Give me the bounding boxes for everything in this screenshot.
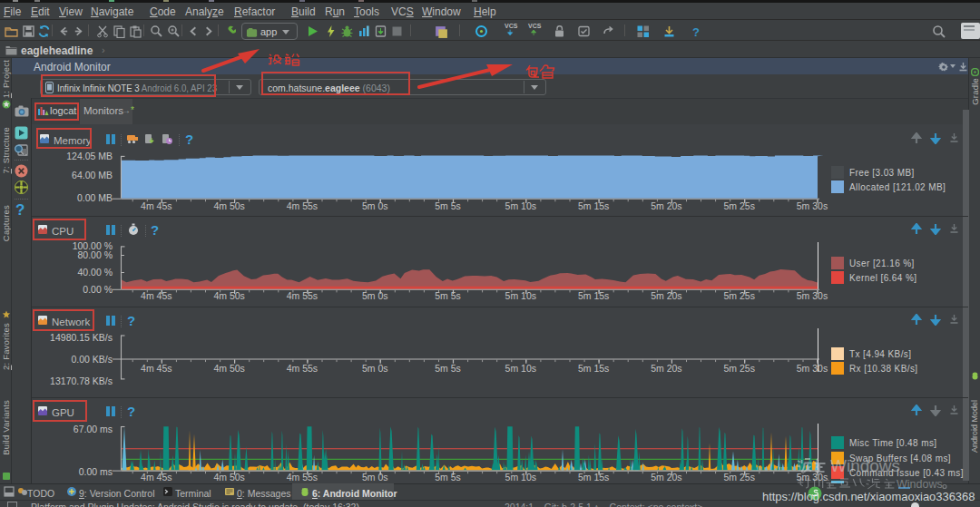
- svg-text:5m 5s: 5m 5s: [435, 363, 461, 374]
- svg-text:5m 15s: 5m 15s: [578, 200, 609, 211]
- svg-text:4m 55s: 4m 55s: [287, 363, 318, 374]
- svg-text:5m 5s: 5m 5s: [435, 472, 461, 483]
- svg-text:4m 55s: 4m 55s: [287, 290, 318, 301]
- svg-text:5m 10s: 5m 10s: [505, 363, 536, 374]
- svg-text:Misc Time [0.48 ms]: Misc Time [0.48 ms]: [849, 438, 937, 448]
- svg-text:5m 15s: 5m 15s: [578, 290, 609, 301]
- svg-text:4m 50s: 4m 50s: [213, 472, 244, 483]
- svg-text:4m 55s: 4m 55s: [287, 472, 318, 483]
- svg-text:4m 45s: 4m 45s: [141, 472, 172, 483]
- svg-text:5m 25s: 5m 25s: [723, 200, 754, 211]
- svg-text:4m 45s: 4m 45s: [141, 200, 172, 211]
- svg-text:0.00 KB/s: 0.00 KB/s: [71, 354, 113, 365]
- svg-text:5m 25s: 5m 25s: [723, 363, 754, 374]
- svg-text:5m 0s: 5m 0s: [362, 363, 388, 374]
- svg-text:5m 30s: 5m 30s: [797, 290, 828, 301]
- svg-text:Windows: Windows: [830, 457, 900, 475]
- svg-text:Free [3.03 MB]: Free [3.03 MB]: [849, 168, 915, 178]
- svg-text:4m 45s: 4m 45s: [141, 363, 172, 374]
- svg-text:80.00 %: 80.00 %: [77, 249, 113, 260]
- svg-text:124.05 MB: 124.05 MB: [66, 151, 113, 161]
- svg-text:4m 50s: 4m 50s: [213, 363, 244, 374]
- svg-text:Rx [10.38 KB/s]: Rx [10.38 KB/s]: [849, 364, 917, 374]
- svg-text:5m 25s: 5m 25s: [723, 290, 754, 301]
- svg-text:?: ?: [692, 25, 700, 39]
- svg-text:13170.78 KB/s: 13170.78 KB/s: [50, 375, 113, 386]
- svg-text:5m 25s: 5m 25s: [723, 472, 754, 483]
- svg-text:Allocated [121.02 MB]: Allocated [121.02 MB]: [849, 182, 946, 192]
- svg-text:5m 10s: 5m 10s: [505, 472, 536, 483]
- svg-text:5m 20s: 5m 20s: [651, 290, 681, 301]
- svg-text:5m 20s: 5m 20s: [651, 200, 681, 211]
- svg-text:5m 0s: 5m 0s: [362, 200, 388, 211]
- svg-text:Kernel [6.64 %]: Kernel [6.64 %]: [849, 273, 916, 283]
- svg-text:5m 15s: 5m 15s: [578, 472, 609, 483]
- svg-text:5m 15s: 5m 15s: [578, 363, 609, 374]
- svg-text:5m 30s: 5m 30s: [797, 200, 828, 211]
- svg-text:Tx [4.94 KB/s]: Tx [4.94 KB/s]: [849, 349, 911, 359]
- svg-text:0.00 MB: 0.00 MB: [77, 192, 113, 203]
- svg-text:14980.15 KB/s: 14980.15 KB/s: [50, 332, 113, 343]
- svg-text:5m 0s: 5m 0s: [362, 472, 388, 483]
- svg-text:User [21.16 %]: User [21.16 %]: [849, 258, 915, 268]
- svg-text:5m 10s: 5m 10s: [505, 200, 536, 211]
- svg-text:0.00 %: 0.00 %: [83, 284, 113, 295]
- svg-text:4m 50s: 4m 50s: [213, 290, 244, 301]
- svg-text:0.00 ms: 0.00 ms: [79, 466, 113, 477]
- svg-text:5m 30s: 5m 30s: [797, 363, 828, 374]
- svg-text:5m 20s: 5m 20s: [651, 472, 681, 483]
- svg-text:4m 55s: 4m 55s: [287, 200, 318, 211]
- svg-text:5m 20s: 5m 20s: [651, 363, 681, 374]
- svg-text:5m 10s: 5m 10s: [505, 290, 536, 301]
- svg-text:5m 5s: 5m 5s: [435, 200, 461, 211]
- svg-text:67.00 ms: 67.00 ms: [74, 424, 113, 434]
- svg-text:5m 5s: 5m 5s: [435, 290, 461, 301]
- svg-text:40.00 %: 40.00 %: [77, 267, 113, 278]
- svg-text:4m 50s: 4m 50s: [213, 200, 244, 211]
- svg-text:4m 45s: 4m 45s: [141, 290, 172, 301]
- svg-text:64.00 MB: 64.00 MB: [72, 170, 113, 180]
- svg-text:5m 0s: 5m 0s: [362, 290, 388, 301]
